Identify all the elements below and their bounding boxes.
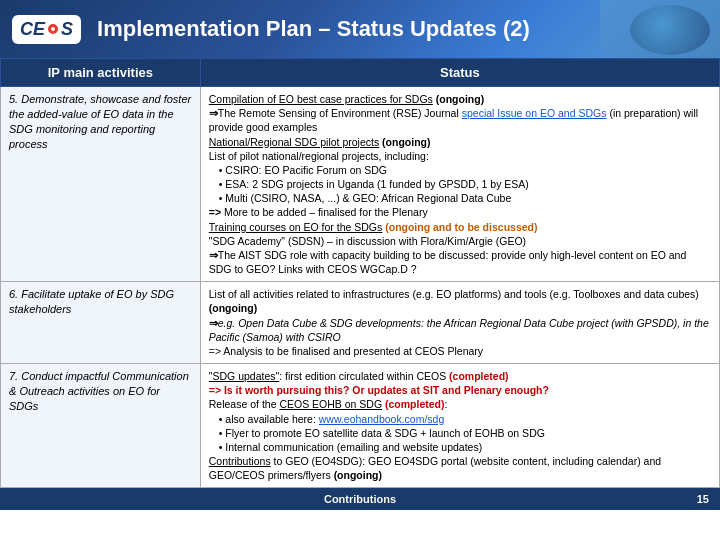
footer-contributions-label: Contributions <box>324 493 396 505</box>
ip-activity-6: 6. Facilitate uptake of EO by SDG stakeh… <box>1 282 201 364</box>
ip-activity-7: 7. Conduct impactful Communication & Out… <box>1 364 201 488</box>
page-number: 15 <box>692 492 714 506</box>
main-content: IP main activities Status 5. Demonstrate… <box>0 58 720 488</box>
logo: CE S <box>12 15 81 44</box>
logo-circle-icon <box>48 24 58 34</box>
status-7: "SDG updates": first edition circulated … <box>200 364 719 488</box>
table-row: 5. Demonstrate, showcase and foster the … <box>1 87 720 282</box>
col-header-ip: IP main activities <box>1 59 201 87</box>
table-row: 7. Conduct impactful Communication & Out… <box>1 364 720 488</box>
activities-table: IP main activities Status 5. Demonstrate… <box>0 58 720 488</box>
logo-text-c: CE <box>20 19 45 40</box>
col-header-status: Status <box>200 59 719 87</box>
ip-activity-5: 5. Demonstrate, showcase and foster the … <box>1 87 201 282</box>
status-5: Compilation of EO best case practices fo… <box>200 87 719 282</box>
table-row: 6. Facilitate uptake of EO by SDG stakeh… <box>1 282 720 364</box>
header: CE S Implementation Plan – Status Update… <box>0 0 720 58</box>
header-decoration <box>600 0 720 58</box>
globe-icon <box>630 5 710 55</box>
logo-text-s: S <box>61 19 73 40</box>
status-6: List of all activities related to infras… <box>200 282 719 364</box>
footer-bar: Contributions 15 <box>0 488 720 510</box>
logo-box: CE S <box>12 15 81 44</box>
